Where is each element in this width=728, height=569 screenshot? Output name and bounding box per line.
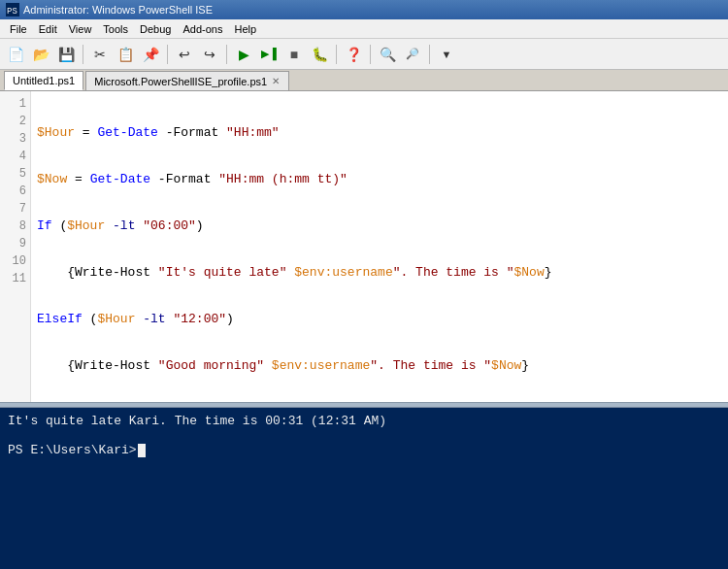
menu-view[interactable]: View [63, 22, 98, 36]
help-button[interactable]: ❓ [342, 43, 365, 66]
tab-profile[interactable]: Microsoft.PowerShellISE_profile.ps1 ✕ [85, 71, 289, 90]
menu-file[interactable]: File [4, 22, 33, 36]
editor-area: 1 2 3 4 5 6 7 8 9 10 11 $Hour = Get-Date… [0, 91, 728, 402]
code-line-6: {Write-Host "Good morning" $env:username… [37, 357, 722, 375]
tab-untitled1[interactable]: Untitled1.ps1 [4, 71, 83, 90]
code-line-2: $Now = Get-Date -Format "HH:mm (h:mm tt)… [37, 171, 722, 188]
save-button[interactable]: 💾 [54, 43, 78, 66]
powershell-icon: PS [6, 3, 19, 17]
console-container: It's quite late Kari. The time is 00:31 … [0, 408, 728, 569]
code-line-1: $Hour = Get-Date -Format "HH:mm" [37, 124, 722, 142]
paste-button[interactable]: 📌 [139, 43, 162, 66]
redo-button[interactable]: ↪ [198, 43, 221, 66]
tab-label-profile: Microsoft.PowerShellISE_profile.ps1 [94, 76, 267, 87]
toolbar-separator-3 [226, 45, 227, 64]
new-file-button[interactable]: 📄 [4, 43, 27, 66]
code-editor[interactable]: $Hour = Get-Date -Format "HH:mm" $Now = … [31, 91, 728, 402]
run-button[interactable]: ▶ [232, 43, 255, 66]
toolbar: 📄 📂 💾 ✂ 📋 📌 ↩ ↪ ▶ ▶▐ ■ 🐛 ❓ 🔍 🔎 ▼ [0, 39, 728, 70]
stop-button[interactable]: ■ [282, 43, 306, 66]
title-text: Administrator: Windows PowerShell ISE [23, 4, 213, 16]
toolbar-separator-5 [370, 45, 371, 64]
menu-tools[interactable]: Tools [97, 22, 134, 36]
tab-label-untitled1: Untitled1.ps1 [13, 75, 75, 86]
copy-button[interactable]: 📋 [114, 43, 137, 66]
tab-close-profile[interactable]: ✕ [271, 76, 281, 86]
code-line-4: {Write-Host "It's quite late" $env:usern… [37, 264, 722, 282]
toolbar-separator-2 [167, 45, 168, 64]
toolbar-separator-6 [429, 45, 430, 64]
menu-bar: File Edit View Tools Debug Add-ons Help [0, 19, 728, 39]
menu-addons[interactable]: Add-ons [177, 22, 228, 36]
tabs-bar: Untitled1.ps1 Microsoft.PowerShellISE_pr… [0, 70, 728, 91]
undo-button[interactable]: ↩ [173, 43, 196, 66]
title-bar: PS Administrator: Windows PowerShell ISE [0, 0, 728, 19]
cut-button[interactable]: ✂ [88, 43, 112, 66]
zoom-out-button[interactable]: 🔎 [401, 43, 424, 66]
line-numbers: 1 2 3 4 5 6 7 8 9 10 11 [0, 91, 31, 402]
console-output-line: It's quite late Kari. The time is 00:31 … [8, 414, 386, 428]
code-line-3: If ($Hour -lt "06:00") [37, 218, 722, 235]
toolbar-separator-1 [83, 45, 83, 64]
debug-button[interactable]: 🐛 [308, 43, 331, 66]
toolbar-separator-4 [336, 45, 337, 64]
menu-edit[interactable]: Edit [33, 22, 63, 36]
run-selection-button[interactable]: ▶▐ [257, 43, 281, 66]
svg-text:PS: PS [7, 7, 17, 17]
menu-debug[interactable]: Debug [134, 22, 177, 36]
more-button[interactable]: ▼ [435, 43, 458, 66]
open-file-button[interactable]: 📂 [29, 43, 52, 66]
code-line-5: ElseIf ($Hour -lt "12:00") [37, 311, 722, 328]
menu-help[interactable]: Help [228, 22, 262, 36]
console-prompt: PS E:\Users\Kari> [8, 443, 137, 457]
console-output[interactable]: It's quite late Kari. The time is 00:31 … [0, 408, 728, 569]
zoom-in-button[interactable]: 🔍 [376, 43, 399, 66]
console-cursor [138, 444, 146, 457]
